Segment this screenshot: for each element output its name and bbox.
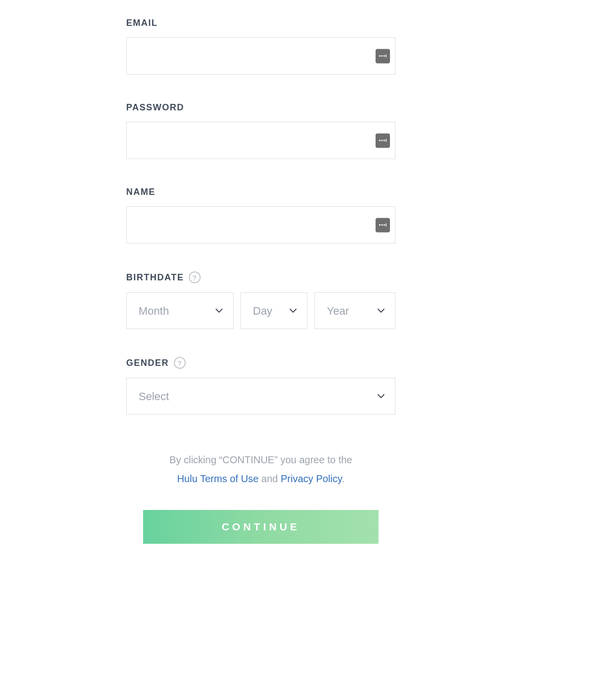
email-input-wrapper [126, 37, 395, 75]
birthdate-year-select[interactable]: Year [314, 292, 395, 329]
gender-group: GENDER ? Select [126, 357, 395, 415]
birthdate-month-select[interactable]: Month [126, 292, 233, 329]
day-select-wrapper: Day [240, 292, 308, 329]
month-select-wrapper: Month [126, 292, 233, 329]
svg-point-10 [384, 224, 385, 226]
password-manager-icon[interactable] [376, 218, 390, 232]
email-label: EMAIL [126, 18, 395, 28]
password-manager-icon[interactable] [376, 133, 390, 148]
svg-point-2 [384, 55, 385, 57]
agreement-connector: and [259, 473, 281, 484]
agreement-prefix: By clicking “CONTINUE” you agree to the [169, 454, 352, 465]
svg-rect-7 [386, 139, 387, 142]
gender-select-wrapper: Select [126, 378, 395, 415]
help-icon[interactable]: ? [174, 357, 186, 369]
gender-label-text: GENDER [126, 358, 169, 368]
svg-point-4 [379, 140, 381, 141]
name-group: NAME [126, 187, 395, 244]
help-icon[interactable]: ? [189, 271, 201, 283]
birthdate-label: BIRTHDATE ? [126, 271, 395, 283]
name-input-wrapper [126, 206, 395, 244]
svg-rect-11 [386, 224, 387, 227]
continue-button[interactable]: CONTINUE [143, 510, 379, 544]
agreement-text: By clicking “CONTINUE” you agree to the … [126, 450, 395, 488]
year-select-wrapper: Year [314, 292, 395, 329]
gender-select[interactable]: Select [126, 378, 395, 415]
birthdate-day-select[interactable]: Day [240, 292, 308, 329]
birthdate-label-text: BIRTHDATE [126, 272, 184, 283]
birthdate-selects: Month Day Year [126, 292, 395, 329]
name-field[interactable] [126, 206, 395, 244]
svg-rect-3 [386, 55, 387, 58]
agreement-suffix: . [342, 473, 345, 484]
password-label: PASSWORD [126, 102, 395, 113]
gender-label: GENDER ? [126, 357, 395, 369]
password-field[interactable] [126, 122, 395, 159]
svg-point-9 [382, 224, 383, 226]
svg-point-1 [382, 55, 383, 57]
terms-of-use-link[interactable]: Hulu Terms of Use [177, 473, 258, 484]
svg-point-5 [382, 140, 383, 141]
svg-point-6 [384, 140, 385, 141]
signup-form: EMAIL PASSWORD NAME BIRTHDATE ? [126, 18, 395, 544]
name-label: NAME [126, 187, 395, 197]
privacy-policy-link[interactable]: Privacy Policy [281, 473, 342, 484]
password-input-wrapper [126, 122, 395, 159]
email-group: EMAIL [126, 18, 395, 75]
password-group: PASSWORD [126, 102, 395, 159]
svg-point-8 [379, 224, 381, 226]
svg-point-0 [379, 55, 381, 57]
email-field[interactable] [126, 37, 395, 75]
password-manager-icon[interactable] [376, 49, 390, 63]
birthdate-group: BIRTHDATE ? Month Day [126, 271, 395, 329]
